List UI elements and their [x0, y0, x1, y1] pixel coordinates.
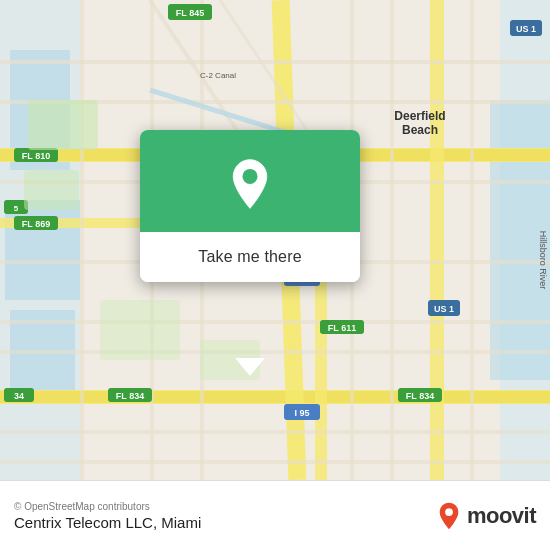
- svg-rect-27: [390, 0, 394, 480]
- svg-point-65: [445, 508, 453, 516]
- svg-point-64: [242, 169, 257, 184]
- svg-rect-60: [28, 100, 98, 150]
- svg-text:I 95: I 95: [294, 408, 309, 418]
- svg-text:FL 869: FL 869: [22, 219, 50, 229]
- svg-text:Hillsboro River: Hillsboro River: [538, 231, 548, 290]
- svg-rect-3: [5, 200, 80, 300]
- popup-tail: [235, 358, 265, 376]
- osm-credit: © OpenStreetMap contributors: [14, 501, 201, 512]
- popup-green-area: [140, 130, 360, 232]
- svg-text:US 1: US 1: [434, 304, 454, 314]
- popup-card: Take me there: [140, 130, 360, 282]
- svg-text:C-2 Canal: C-2 Canal: [200, 71, 236, 80]
- svg-rect-61: [24, 170, 79, 210]
- moovit-logo: moovit: [435, 502, 536, 530]
- bottom-bar: © OpenStreetMap contributors Centrix Tel…: [0, 480, 550, 550]
- moovit-brand-text: moovit: [467, 503, 536, 529]
- svg-rect-23: [80, 0, 84, 480]
- svg-rect-14: [430, 0, 444, 480]
- take-me-there-button[interactable]: Take me there: [140, 232, 360, 282]
- location-title: Centrix Telecom LLC, Miami: [14, 514, 201, 531]
- map-container[interactable]: FL 845 US 1 FL 810 FL 869 I 95 I 95 FL 8…: [0, 0, 550, 480]
- svg-text:34: 34: [14, 391, 24, 401]
- svg-rect-28: [470, 0, 474, 480]
- bottom-info: © OpenStreetMap contributors Centrix Tel…: [14, 501, 201, 531]
- svg-rect-62: [100, 300, 180, 360]
- location-pin-icon: [224, 158, 276, 210]
- svg-text:Deerfield: Deerfield: [394, 109, 445, 123]
- moovit-pin-icon: [435, 502, 463, 530]
- svg-text:US 1: US 1: [516, 24, 536, 34]
- svg-text:FL 810: FL 810: [22, 151, 50, 161]
- svg-text:FL 834: FL 834: [116, 391, 144, 401]
- svg-text:5: 5: [14, 204, 19, 213]
- svg-text:Beach: Beach: [402, 123, 438, 137]
- svg-text:FL 834: FL 834: [406, 391, 434, 401]
- svg-text:FL 611: FL 611: [328, 323, 356, 333]
- svg-text:FL 845: FL 845: [176, 8, 204, 18]
